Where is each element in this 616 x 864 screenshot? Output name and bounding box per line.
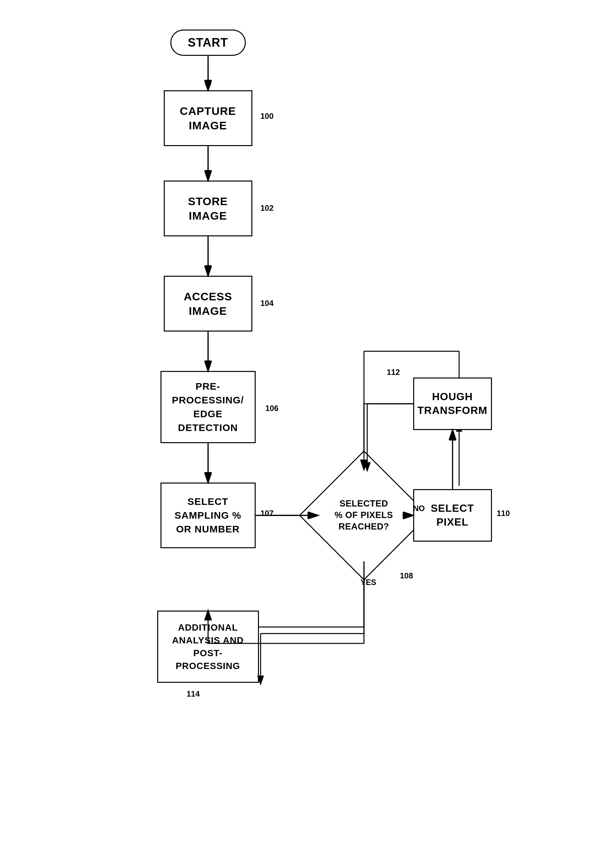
no-label: NO xyxy=(413,504,425,513)
svg-marker-9 xyxy=(205,474,211,481)
ref-110: 110 xyxy=(497,509,510,518)
svg-marker-5 xyxy=(205,268,211,274)
ref-112: 112 xyxy=(387,368,400,377)
select-sampling-node: SELECT SAMPLING % OR NUMBER xyxy=(160,483,256,548)
svg-marker-1 xyxy=(205,84,211,90)
yes-label: YES xyxy=(361,578,376,587)
select-pixel-node: SELECT PIXEL xyxy=(413,489,492,541)
select-pixel-label: SELECT PIXEL xyxy=(431,502,474,529)
store-image-label: STORE IMAGE xyxy=(188,194,228,223)
access-image-label: ACCESS IMAGE xyxy=(184,289,233,318)
ref-108: 108 xyxy=(400,571,413,581)
access-image-node: ACCESS IMAGE xyxy=(164,276,252,332)
decision-diamond xyxy=(299,450,429,581)
select-sampling-label: SELECT SAMPLING % OR NUMBER xyxy=(174,495,241,536)
preprocess-node: PRE- PROCESSING/ EDGE DETECTION xyxy=(160,371,256,443)
ref-102: 102 xyxy=(261,203,274,213)
start-node: START xyxy=(170,30,246,56)
hough-label: HOUGH TRANSFORM xyxy=(418,390,487,417)
decision-wrapper: SELECTED % OF PIXELS REACHED? xyxy=(318,469,410,561)
svg-marker-7 xyxy=(205,363,211,369)
ref-107: 107 xyxy=(261,509,274,518)
ref-104: 104 xyxy=(261,299,274,308)
flowchart: START CAPTURE IMAGE 100 STORE IMAGE 102 … xyxy=(144,20,472,840)
ref-100: 100 xyxy=(261,112,274,121)
hough-node: HOUGH TRANSFORM xyxy=(413,378,492,430)
ref-114: 114 xyxy=(187,689,200,699)
preprocess-label: PRE- PROCESSING/ EDGE DETECTION xyxy=(172,379,244,434)
additional-node: ADDITIONAL ANALYSIS AND POST- PROCESSING xyxy=(157,611,259,683)
store-image-node: STORE IMAGE xyxy=(164,181,252,236)
svg-marker-3 xyxy=(205,172,211,179)
capture-image-label: CAPTURE IMAGE xyxy=(180,104,236,133)
capture-image-node: CAPTURE IMAGE xyxy=(164,90,252,146)
additional-label: ADDITIONAL ANALYSIS AND POST- PROCESSING xyxy=(172,621,244,673)
ref-106: 106 xyxy=(266,404,279,413)
